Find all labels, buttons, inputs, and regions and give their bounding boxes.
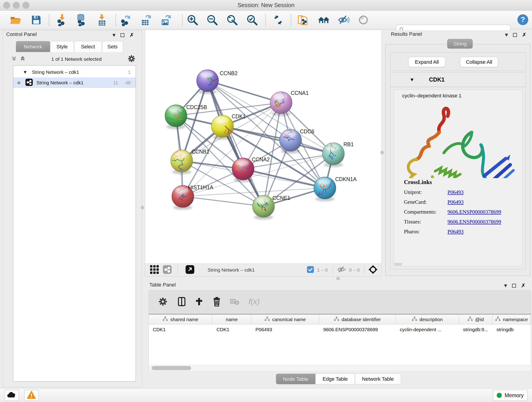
node-label-CDC25B: CDC25B (186, 104, 207, 110)
network-node-CCNB2[interactable] (196, 70, 223, 94)
column-header-database-identifier[interactable]: database identifier (319, 314, 396, 324)
selected-items-checkbox-icon[interactable] (307, 266, 314, 274)
table-scrollbar-thumb[interactable] (152, 366, 191, 370)
column-header-shared-name[interactable]: shared name (149, 314, 212, 324)
collapse-all-networks-icon[interactable] (11, 56, 17, 63)
import-table-from-file-button[interactable] (95, 13, 109, 27)
refresh-view-button[interactable] (271, 13, 285, 27)
network-edge-CCNB2-CCNA1[interactable] (208, 81, 281, 103)
results-panel-float-icon[interactable] (513, 33, 517, 37)
network-view-title: String Network – cdk1 (208, 267, 254, 273)
tab-select[interactable]: Select (74, 41, 102, 52)
collapse-all-button[interactable]: Collapse All (460, 57, 498, 67)
network-view-share-icon[interactable] (163, 265, 172, 275)
table-cell: CDK1 (149, 325, 212, 335)
tab-style[interactable]: Style (50, 41, 74, 52)
warnings-button[interactable] (24, 390, 38, 401)
horizontal-splitter-handle[interactable] (336, 277, 340, 280)
results-scrollbar-fragment[interactable] (394, 263, 402, 266)
crosslink-link[interactable]: P06493 (447, 189, 463, 195)
network-view-canvas[interactable]: CCNB2CCNA1CDC25BCDK1CDC6RB1CCNB1CCNA2CDK… (145, 30, 382, 264)
network-collection-row[interactable]: ▼ String Network – cdk1 1 (13, 67, 136, 77)
column-header-canonical-name[interactable]: canonical name (251, 314, 319, 324)
network-node-CCNA1[interactable] (270, 92, 292, 116)
protein-header-row[interactable]: ▼ CDK1 (390, 72, 526, 87)
open-session-button[interactable] (9, 13, 22, 27)
left-splitter-handle[interactable] (141, 206, 144, 209)
expand-all-networks-icon[interactable] (20, 56, 25, 63)
string-network-graph[interactable]: CCNB2CCNA1CDC25BCDK1CDC6RB1CCNB1CCNA2CDK… (145, 30, 381, 263)
birds-eye-view-icon[interactable] (368, 265, 378, 275)
export-table-button[interactable] (139, 13, 153, 27)
network-node-CDC25B[interactable] (164, 100, 187, 129)
column-attribute-icon (495, 316, 500, 322)
save-session-button[interactable] (29, 13, 43, 27)
network-row[interactable]: String Network – cdk1 11 48 (13, 77, 136, 88)
zoom-fit-content-button[interactable] (225, 13, 239, 27)
column-attribute-icon (412, 316, 417, 322)
network-node-CDKN1A[interactable] (314, 177, 337, 201)
results-panel-close-icon[interactable]: ✗ (522, 32, 526, 38)
network-node-CCNE1[interactable] (253, 195, 274, 220)
tab-string[interactable]: String (447, 39, 473, 49)
table-horizontal-scrollbar[interactable] (149, 365, 531, 371)
network-options-gear-icon[interactable] (128, 55, 135, 64)
toolbar-separator (182, 14, 183, 26)
results-panel-menu-caret-icon[interactable]: ▼ (505, 32, 508, 37)
help-button[interactable]: ? (516, 13, 530, 27)
expand-all-button[interactable]: Expand All (408, 57, 445, 67)
collection-expand-caret-icon[interactable]: ▼ (24, 70, 27, 74)
table-panel-float-icon[interactable] (512, 284, 516, 288)
tab-network-table[interactable]: Network Table (355, 374, 401, 384)
crosslink-link[interactable]: 9606.ENSP00000378699 (447, 219, 501, 225)
delete-column-icon[interactable] (213, 297, 221, 307)
detach-view-icon[interactable] (186, 265, 194, 275)
table-panel-menu-caret-icon[interactable]: ▼ (504, 283, 507, 288)
memory-button[interactable]: Memory (493, 390, 527, 401)
column-header-name[interactable]: name (212, 314, 251, 324)
column-header-description[interactable]: description (396, 314, 459, 324)
export-network-button[interactable] (119, 13, 133, 27)
toolbar-separator (265, 14, 266, 26)
network-label: String Network – cdk1 (36, 80, 83, 85)
network-edge-CDK1-RB1[interactable] (222, 126, 333, 154)
zoom-in-button[interactable] (186, 13, 199, 27)
new-network-from-selection-button[interactable] (296, 13, 310, 27)
network-node-CDC6[interactable] (279, 129, 302, 153)
import-network-from-file-button[interactable] (55, 13, 69, 27)
table-row[interactable]: CDK1CDK1P064939606.ENSP00000378699cyclin… (149, 325, 531, 335)
tab-node-table[interactable]: Node Table (276, 374, 316, 384)
column-header-namespace[interactable]: namespace (492, 314, 531, 324)
network-edge-CCNE1-HIST1H1A[interactable] (183, 196, 264, 206)
network-node-RB1[interactable] (322, 143, 344, 167)
crosslink-link[interactable]: 9606.ENSP00000378699 (447, 209, 501, 215)
control-panel-close-icon[interactable]: ✗ (129, 32, 134, 38)
network-edge-CCNB2-CCNE1[interactable] (208, 81, 264, 206)
protein-collapse-caret-icon[interactable]: ▼ (411, 77, 413, 82)
tab-sets[interactable]: Sets (102, 41, 123, 52)
welcome-screen-button[interactable] (317, 13, 331, 27)
table-options-gear-icon[interactable] (158, 297, 167, 307)
node-table[interactable]: shared namenamecanonical namedatabase id… (148, 314, 531, 371)
crosslink-link[interactable]: P06493 (447, 229, 463, 235)
cloud-status-button[interactable] (5, 390, 19, 401)
level-of-detail-button[interactable] (356, 13, 370, 27)
hide-graphics-details-button[interactable] (336, 13, 350, 27)
network-node-CCNB1[interactable] (171, 150, 193, 174)
grid-view-icon[interactable] (150, 265, 159, 275)
control-panel-menu-caret-icon[interactable]: ▼ (113, 33, 115, 37)
column-header--id[interactable]: @id (459, 314, 492, 324)
right-splitter-handle[interactable] (380, 151, 384, 154)
import-network-from-database-button[interactable] (75, 13, 88, 27)
tab-edge-table[interactable]: Edge Table (316, 374, 355, 384)
export-image-button[interactable] (159, 13, 173, 27)
tab-network[interactable]: Network (16, 41, 50, 52)
zoom-out-button[interactable] (205, 13, 219, 27)
add-column-icon[interactable] (195, 297, 203, 307)
table-panel-close-icon[interactable]: ✗ (521, 282, 526, 289)
crosslink-link[interactable]: P06493 (447, 199, 463, 205)
show-columns-icon[interactable] (177, 297, 186, 307)
network-node-CCNA2[interactable] (232, 158, 254, 182)
control-panel-float-icon[interactable] (120, 33, 124, 37)
zoom-selected-button[interactable] (245, 13, 259, 27)
